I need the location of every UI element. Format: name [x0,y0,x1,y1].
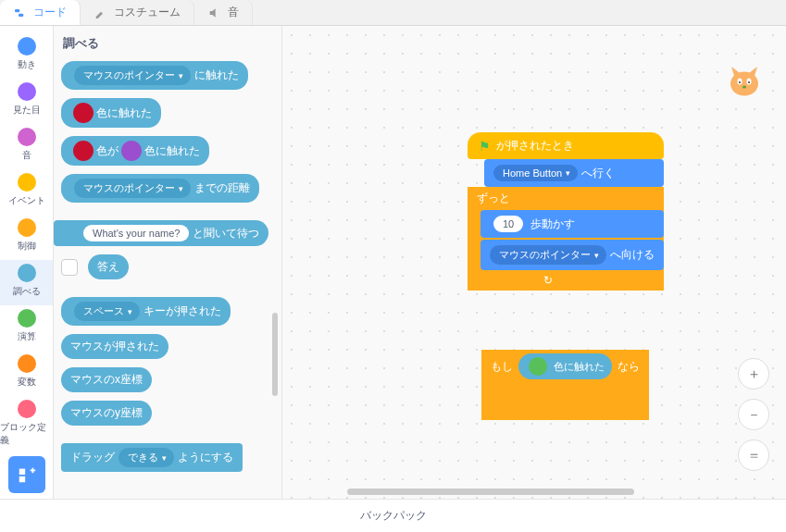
script-canvas[interactable]: ⚑ が押されたとき Home Button へ行く ずっと 10 歩動かす マウ… [282,26,786,499]
tab-code-label: コード [33,5,67,20]
svg-rect-2 [19,469,24,475]
block-mouse-y[interactable]: マウスのy座標 [61,401,152,426]
svg-rect-3 [19,476,24,482]
color-swatch-2[interactable] [121,141,142,161]
category-dot [18,128,36,146]
block-forever[interactable]: ずっと 10 歩動かす マウスのポインター へ向ける [468,187,664,291]
category-dot [18,37,36,56]
zoom-reset-button[interactable]: ＝ [738,439,769,471]
extension-icon [17,464,37,485]
point-dropdown[interactable]: マウスのポインター [490,245,606,265]
category-dot [18,264,36,282]
brush-icon [94,6,108,20]
category-制御[interactable]: 制御 [0,215,53,260]
palette-title: 調べる [63,35,281,52]
sound-icon [207,6,222,20]
block-goto[interactable]: Home Button へ行く [484,159,664,187]
category-演算[interactable]: 演算 [0,305,53,351]
block-key-pressed[interactable]: スペース キーが押された [61,297,231,326]
block-when-flag-clicked[interactable]: ⚑ が押されたとき [468,132,664,159]
backpack-bar[interactable]: バックパック [0,499,786,532]
block-color-touching-color[interactable]: 色が 色に触れた [61,136,209,166]
category-dot [18,354,36,373]
main-area: 動き見た目音イベント制御調べる演算変数ブロック定義 調べる マウスのポインター … [0,26,786,499]
block-touching[interactable]: マウスのポインター に触れた [61,61,248,90]
goto-dropdown[interactable]: Home Button [493,165,578,181]
block-mouse-x[interactable]: マウスのx座標 [61,367,152,392]
svg-point-7 [739,81,741,83]
block-touching-color-cond[interactable]: 色に触れた [518,353,612,379]
category-dot [18,82,36,101]
tab-costumes-label: コスチューム [114,5,181,20]
zoom-in-button[interactable]: ＋ [738,358,769,390]
tab-code[interactable]: コード [0,0,81,25]
green-flag-icon: ⚑ [479,139,491,154]
category-見た目[interactable]: 見た目 [0,79,53,124]
palette-scrollbar[interactable] [272,313,278,396]
touching-dropdown[interactable]: マウスのポインター [74,66,191,85]
block-answer[interactable]: 答え [88,254,129,279]
block-move-steps[interactable]: 10 歩動かす [480,210,664,238]
svg-rect-0 [15,9,19,12]
category-dot [18,400,36,418]
zoom-out-button[interactable]: － [738,399,769,430]
tab-sounds[interactable]: 音 [194,0,253,25]
tab-sounds-label: 音 [228,5,239,20]
category-イベント[interactable]: イベント [0,169,53,215]
svg-point-9 [742,86,746,89]
category-dot [18,218,36,237]
tab-bar: コード コスチューム 音 [0,0,786,26]
category-音[interactable]: 音 [0,124,53,169]
tab-costumes[interactable]: コスチューム [81,0,194,25]
answer-checkbox[interactable] [61,259,78,276]
block-ask[interactable]: What's your name? と聞いて待つ [54,220,268,246]
key-dropdown[interactable]: スペース [74,302,140,321]
color-swatch-1[interactable] [73,141,94,161]
category-sidebar: 動き見た目音イベント制御調べる演算変数ブロック定義 [0,26,54,499]
block-point-towards[interactable]: マウスのポインター へ向ける [480,240,664,270]
category-調べる[interactable]: 調べる [0,260,53,305]
block-if[interactable]: もし 色に触れた なら [481,350,649,420]
canvas-scrollbar-h[interactable] [347,489,634,495]
block-mouse-down[interactable]: マウスが押された [61,334,168,359]
color-swatch[interactable] [73,103,94,123]
svg-point-8 [748,81,750,83]
script-stack-2[interactable]: もし 色に触れた なら [481,350,649,420]
zoom-controls: ＋ － ＝ [738,358,769,471]
ask-input[interactable]: What's your name? [83,225,189,241]
category-dot [18,173,36,192]
script-stack-1[interactable]: ⚑ が押されたとき Home Button へ行く ずっと 10 歩動かす マウ… [468,132,664,291]
scratch-cat-watermark [721,58,767,105]
block-drag-mode[interactable]: ドラッグ できる ようにする [61,443,243,472]
drag-dropdown[interactable]: できる [119,448,174,467]
if-color-swatch[interactable] [529,357,547,376]
category-dot [18,309,36,328]
svg-rect-1 [19,13,23,16]
distance-dropdown[interactable]: マウスのポインター [74,179,191,198]
block-palette[interactable]: 調べる マウスのポインター に触れた 色に触れた 色が 色に触れた マウスのポイ… [54,26,282,499]
category-ブロック定義[interactable]: ブロック定義 [0,396,53,454]
block-touching-color[interactable]: 色に触れた [61,98,161,128]
move-steps-input[interactable]: 10 [493,216,523,232]
category-動き[interactable]: 動き [0,33,53,79]
category-変数[interactable]: 変数 [0,351,53,396]
code-icon [13,6,28,20]
add-extension-button[interactable] [8,456,45,493]
block-distance[interactable]: マウスのポインター までの距離 [61,174,259,203]
